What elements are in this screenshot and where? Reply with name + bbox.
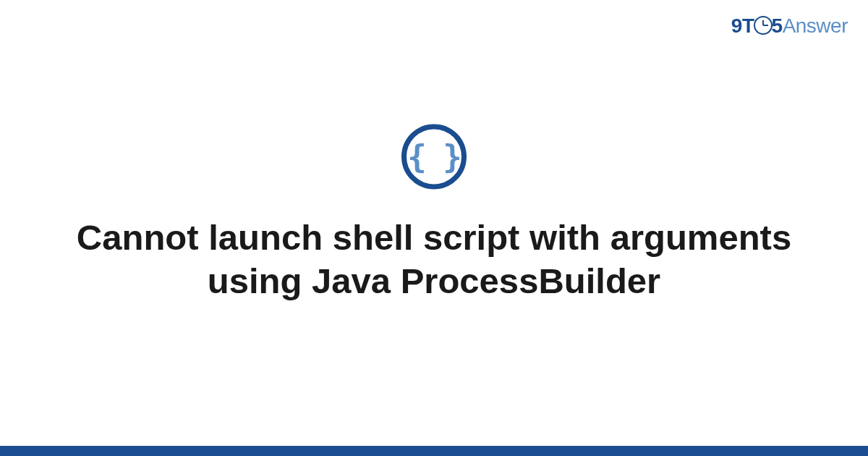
- topic-icon-container: { }: [401, 124, 467, 189]
- logo-prefix: 9T: [731, 14, 754, 37]
- main-content: { } Cannot launch shell script with argu…: [0, 124, 868, 303]
- logo-suffix: 5: [772, 14, 783, 37]
- page-title: Cannot launch shell script with argument…: [0, 216, 868, 303]
- code-braces-icon: { }: [407, 138, 460, 175]
- clock-hand-minute: [763, 25, 768, 26]
- footer-accent-bar: [0, 446, 868, 456]
- logo-brand: Answer: [783, 14, 848, 37]
- clock-icon: [754, 16, 773, 35]
- site-logo: 9T5Answer: [731, 14, 848, 38]
